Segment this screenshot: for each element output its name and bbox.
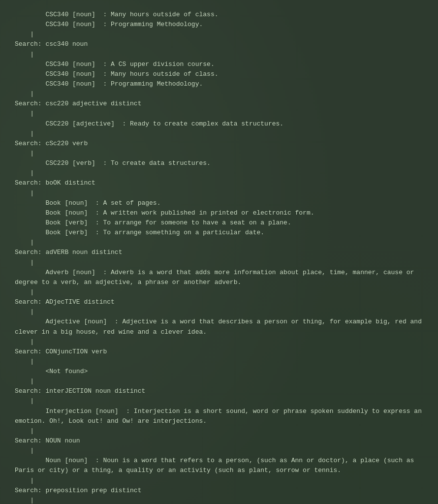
terminal-line: CSC220 [adjective] : Ready to create com… — [15, 119, 423, 129]
terminal-line: | — [15, 476, 423, 486]
terminal-line: CSC340 [noun] : A CS upper division cour… — [15, 60, 423, 69]
terminal-line: | — [15, 109, 423, 119]
terminal-line: Adverb [noun] : Adverb is a word that ad… — [15, 268, 423, 287]
terminal-line: Search: boOK distinct — [15, 178, 423, 188]
terminal-line: | — [15, 496, 423, 504]
terminal-line: Noun [noun] : Noun is a word that refers… — [15, 456, 423, 475]
terminal-line: | — [15, 287, 423, 297]
terminal-line: | — [15, 377, 423, 386]
terminal-line: Interjection [noun] : Interjection is a … — [15, 407, 423, 426]
terminal-line: | — [15, 307, 423, 317]
terminal-line: | — [15, 337, 423, 347]
terminal-line: Search: adVERB noun distinct — [15, 248, 423, 257]
terminal-line: Search: NOUN noun — [15, 436, 423, 446]
terminal-line: Book [noun] : A written work published i… — [15, 208, 423, 218]
terminal-output: CSC340 [noun] : Many hours outside of cl… — [15, 10, 423, 504]
terminal-line: Adjective [noun] : Adjective is a word t… — [15, 317, 423, 337]
terminal-line: Book [noun] : A set of pages. — [15, 198, 423, 208]
terminal-line: | — [15, 50, 423, 60]
terminal-line: | — [15, 258, 423, 268]
terminal-line: CSC340 [noun] : Programming Methodology. — [15, 79, 423, 89]
terminal-line: | — [15, 238, 423, 248]
terminal-line: Search: CONjuncTION verb — [15, 347, 423, 357]
terminal-line: Search: preposition prep distinct — [15, 486, 423, 496]
terminal-line: CSC340 [noun] : Many hours outside of cl… — [15, 10, 423, 20]
terminal-line: Search: csc340 noun — [15, 39, 423, 49]
terminal-line: | — [15, 89, 423, 99]
terminal-line: | — [15, 446, 423, 456]
terminal-line: | — [15, 396, 423, 406]
terminal-line: | — [15, 30, 423, 39]
terminal-line: Search: csc220 adjective distinct — [15, 99, 423, 109]
terminal-line: Book [verb] : To arrange something on a … — [15, 228, 423, 238]
terminal-line: CSC220 [verb] : To create data structure… — [15, 158, 423, 168]
terminal-line: <Not found> — [15, 367, 423, 377]
terminal-line: Search: ADjecTIVE distinct — [15, 297, 423, 307]
terminal-line: | — [15, 189, 423, 198]
terminal-line: Book [verb] : To arrange for someone to … — [15, 218, 423, 228]
terminal-line: Search: cSc220 verb — [15, 139, 423, 149]
terminal-line: Search: interJECTION noun distinct — [15, 386, 423, 396]
terminal-line: CSC340 [noun] : Many hours outside of cl… — [15, 69, 423, 79]
terminal-line: | — [15, 426, 423, 436]
terminal-line: CSC340 [noun] : Programming Methodology. — [15, 20, 423, 30]
terminal-line: | — [15, 168, 423, 178]
terminal-line: | — [15, 357, 423, 367]
terminal-line: | — [15, 129, 423, 139]
terminal-line: | — [15, 149, 423, 158]
